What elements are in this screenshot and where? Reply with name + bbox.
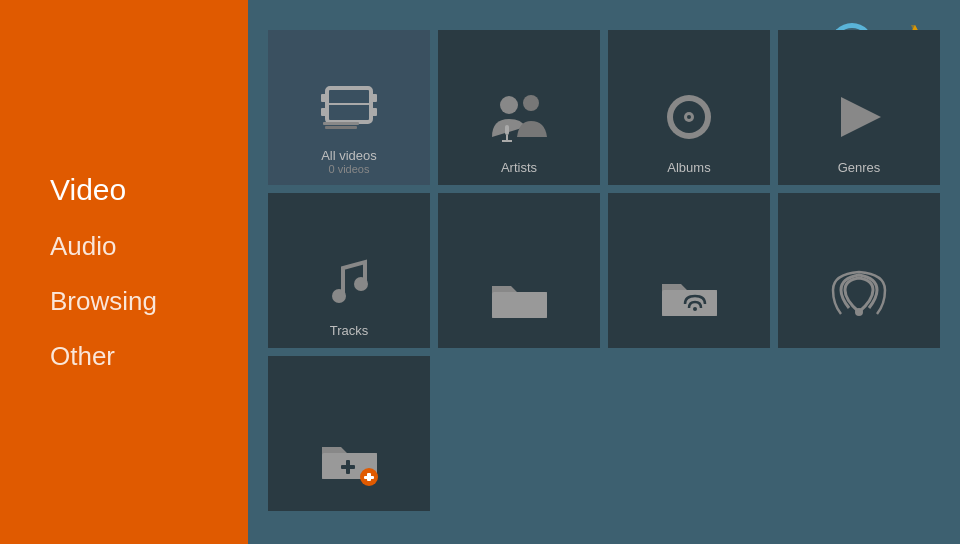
svg-point-13 bbox=[500, 96, 518, 114]
grid-cell-artists[interactable]: Artists bbox=[438, 30, 600, 185]
svg-point-14 bbox=[523, 95, 539, 111]
grid-cell-genres[interactable]: Genres bbox=[778, 30, 940, 185]
main-content: All videos 0 videos Artists bbox=[248, 0, 960, 544]
genres-icon bbox=[824, 84, 894, 154]
svg-rect-12 bbox=[325, 126, 357, 129]
stream-icon bbox=[824, 262, 894, 332]
svg-rect-25 bbox=[492, 292, 547, 318]
tracks-label: Tracks bbox=[330, 323, 369, 338]
sidebar-item-audio[interactable]: Audio bbox=[50, 219, 248, 274]
folder-add-icon bbox=[314, 425, 384, 495]
svg-rect-31 bbox=[341, 465, 355, 469]
film-icon bbox=[314, 72, 384, 142]
albums-label: Albums bbox=[667, 160, 710, 175]
artists-label: Artists bbox=[501, 160, 537, 175]
grid-cell-albums[interactable]: Albums bbox=[608, 30, 770, 185]
all-videos-label: All videos bbox=[321, 148, 377, 163]
sidebar-item-video[interactable]: Video bbox=[50, 161, 248, 219]
svg-rect-15 bbox=[505, 125, 509, 135]
svg-rect-34 bbox=[364, 476, 374, 479]
tracks-icon bbox=[314, 247, 384, 317]
genres-label: Genres bbox=[838, 160, 881, 175]
svg-point-24 bbox=[354, 277, 368, 291]
artists-icon bbox=[484, 84, 554, 154]
sidebar-item-other[interactable]: Other bbox=[50, 329, 248, 384]
grid-cell-folder1[interactable] bbox=[438, 193, 600, 348]
grid-cell-stream[interactable] bbox=[778, 193, 940, 348]
content-grid: All videos 0 videos Artists bbox=[268, 30, 940, 511]
svg-rect-6 bbox=[321, 94, 328, 102]
grid-cell-all-videos[interactable]: All videos 0 videos bbox=[268, 30, 430, 185]
grid-cell-folder-network[interactable] bbox=[608, 193, 770, 348]
folder-network-icon bbox=[654, 262, 724, 332]
svg-marker-22 bbox=[841, 97, 881, 137]
svg-point-23 bbox=[332, 289, 346, 303]
sidebar: Video Audio Browsing Other bbox=[0, 0, 248, 544]
svg-rect-7 bbox=[321, 108, 328, 116]
svg-point-21 bbox=[687, 115, 691, 119]
svg-rect-9 bbox=[370, 108, 377, 116]
svg-point-28 bbox=[855, 308, 863, 316]
svg-rect-11 bbox=[323, 122, 359, 125]
albums-icon bbox=[654, 84, 724, 154]
sidebar-item-browsing[interactable]: Browsing bbox=[50, 274, 248, 329]
svg-rect-8 bbox=[370, 94, 377, 102]
all-videos-count: 0 videos bbox=[329, 163, 370, 175]
grid-cell-tracks[interactable]: Tracks bbox=[268, 193, 430, 348]
grid-cell-folder-add[interactable] bbox=[268, 356, 430, 511]
folder-icon bbox=[484, 262, 554, 332]
svg-point-27 bbox=[693, 307, 697, 311]
